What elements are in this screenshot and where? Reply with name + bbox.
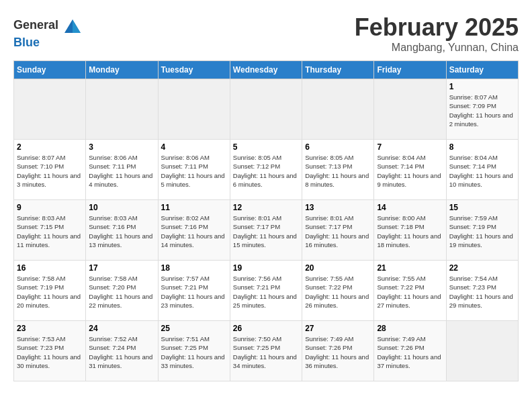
day-info: Sunrise: 7:59 AMSunset: 7:19 PMDaylight:… [449, 214, 515, 249]
day-info: Sunrise: 7:58 AMSunset: 7:19 PMDaylight:… [17, 274, 83, 310]
day-info: Sunrise: 8:04 AMSunset: 7:14 PMDaylight:… [449, 153, 515, 189]
cell-1-4: 6Sunrise: 8:05 AMSunset: 7:13 PMDaylight… [302, 140, 374, 200]
day-info: Sunrise: 8:06 AMSunset: 7:11 PMDaylight:… [89, 153, 154, 189]
cell-4-0: 23Sunrise: 7:53 AMSunset: 7:23 PMDayligh… [14, 321, 86, 381]
cell-3-0: 16Sunrise: 7:58 AMSunset: 7:19 PMDayligh… [14, 261, 86, 321]
day-number: 23 [17, 324, 83, 333]
day-info: Sunrise: 8:01 AMSunset: 7:17 PMDaylight:… [233, 214, 299, 249]
cell-2-0: 9Sunrise: 8:03 AMSunset: 7:15 PMDaylight… [14, 200, 86, 261]
day-info: Sunrise: 8:03 AMSunset: 7:15 PMDaylight:… [17, 214, 83, 249]
day-info: Sunrise: 7:58 AMSunset: 7:20 PMDaylight:… [89, 274, 154, 310]
day-info: Sunrise: 8:06 AMSunset: 7:11 PMDaylight:… [161, 153, 227, 189]
day-number: 18 [161, 263, 227, 273]
calendar-title: February 2025 [355, 13, 519, 42]
logo-blue: Blue [13, 36, 40, 49]
cell-2-1: 10Sunrise: 8:03 AMSunset: 7:16 PMDayligh… [86, 200, 158, 261]
calendar-header: SundayMondayTuesdayWednesdayThursdayFrid… [14, 61, 519, 79]
calendar-body: 1Sunrise: 8:07 AMSunset: 7:09 PMDaylight… [14, 79, 519, 381]
cell-1-1: 3Sunrise: 8:06 AMSunset: 7:11 PMDaylight… [86, 140, 158, 200]
day-number: 11 [161, 203, 227, 212]
cell-4-4: 27Sunrise: 7:49 AMSunset: 7:26 PMDayligh… [302, 321, 374, 381]
header-monday: Monday [86, 61, 158, 79]
header-thursday: Thursday [302, 61, 374, 79]
day-number: 15 [449, 203, 515, 212]
logo-text: General Blue [13, 17, 82, 50]
day-number: 3 [89, 142, 154, 152]
cell-2-2: 11Sunrise: 8:02 AMSunset: 7:16 PMDayligh… [158, 200, 230, 261]
day-number: 14 [377, 203, 443, 212]
cell-0-3 [230, 79, 302, 140]
cell-4-1: 24Sunrise: 7:52 AMSunset: 7:24 PMDayligh… [86, 321, 158, 381]
day-number: 13 [305, 203, 371, 212]
day-info: Sunrise: 8:00 AMSunset: 7:18 PMDaylight:… [377, 214, 443, 249]
cell-4-2: 25Sunrise: 7:51 AMSunset: 7:25 PMDayligh… [158, 321, 230, 381]
day-number: 20 [305, 263, 371, 273]
svg-marker-1 [73, 19, 81, 33]
day-info: Sunrise: 7:51 AMSunset: 7:25 PMDaylight:… [161, 334, 227, 370]
cell-0-6: 1Sunrise: 8:07 AMSunset: 7:09 PMDaylight… [446, 79, 518, 140]
day-number: 9 [17, 203, 83, 212]
week-row-3: 9Sunrise: 8:03 AMSunset: 7:15 PMDaylight… [14, 200, 519, 261]
cell-3-1: 17Sunrise: 7:58 AMSunset: 7:20 PMDayligh… [86, 261, 158, 321]
day-number: 21 [377, 263, 443, 273]
cell-1-2: 4Sunrise: 8:06 AMSunset: 7:11 PMDaylight… [158, 140, 230, 200]
header-saturday: Saturday [446, 61, 518, 79]
cell-4-5: 28Sunrise: 7:49 AMSunset: 7:26 PMDayligh… [374, 321, 446, 381]
days-of-week-row: SundayMondayTuesdayWednesdayThursdayFrid… [14, 61, 519, 79]
day-info: Sunrise: 8:03 AMSunset: 7:16 PMDaylight:… [89, 214, 154, 249]
day-number: 25 [161, 324, 227, 333]
day-number: 2 [17, 142, 83, 152]
day-info: Sunrise: 8:05 AMSunset: 7:12 PMDaylight:… [233, 153, 299, 189]
day-info: Sunrise: 7:53 AMSunset: 7:23 PMDaylight:… [17, 334, 83, 370]
day-number: 16 [17, 263, 83, 273]
logo-icon [63, 17, 82, 36]
cell-0-2 [158, 79, 230, 140]
cell-2-5: 14Sunrise: 8:00 AMSunset: 7:18 PMDayligh… [374, 200, 446, 261]
day-number: 5 [233, 142, 299, 152]
day-info: Sunrise: 7:49 AMSunset: 7:26 PMDaylight:… [305, 334, 371, 370]
cell-4-3: 26Sunrise: 7:50 AMSunset: 7:25 PMDayligh… [230, 321, 302, 381]
day-info: Sunrise: 8:01 AMSunset: 7:17 PMDaylight:… [305, 214, 371, 249]
day-number: 1 [449, 82, 515, 91]
cell-3-5: 21Sunrise: 7:55 AMSunset: 7:22 PMDayligh… [374, 261, 446, 321]
cell-4-6 [446, 321, 518, 381]
day-number: 10 [89, 203, 154, 212]
day-number: 4 [161, 142, 227, 152]
week-row-1: 1Sunrise: 8:07 AMSunset: 7:09 PMDaylight… [14, 79, 519, 140]
cell-0-0 [14, 79, 86, 140]
day-number: 22 [449, 263, 515, 273]
week-row-2: 2Sunrise: 8:07 AMSunset: 7:10 PMDaylight… [14, 140, 519, 200]
cell-2-4: 13Sunrise: 8:01 AMSunset: 7:17 PMDayligh… [302, 200, 374, 261]
day-info: Sunrise: 7:56 AMSunset: 7:21 PMDaylight:… [233, 274, 299, 310]
day-info: Sunrise: 8:05 AMSunset: 7:13 PMDaylight:… [305, 153, 371, 189]
day-number: 17 [89, 263, 154, 273]
day-number: 6 [305, 142, 371, 152]
day-info: Sunrise: 7:57 AMSunset: 7:21 PMDaylight:… [161, 274, 227, 310]
cell-3-6: 22Sunrise: 7:54 AMSunset: 7:23 PMDayligh… [446, 261, 518, 321]
day-info: Sunrise: 7:50 AMSunset: 7:25 PMDaylight:… [233, 334, 299, 370]
day-info: Sunrise: 8:07 AMSunset: 7:10 PMDaylight:… [17, 153, 83, 189]
day-info: Sunrise: 8:07 AMSunset: 7:09 PMDaylight:… [449, 93, 515, 128]
cell-0-4 [302, 79, 374, 140]
day-number: 26 [233, 324, 299, 333]
day-number: 28 [377, 324, 443, 333]
day-number: 24 [89, 324, 154, 333]
day-info: Sunrise: 7:54 AMSunset: 7:23 PMDaylight:… [449, 274, 515, 310]
cell-1-0: 2Sunrise: 8:07 AMSunset: 7:10 PMDaylight… [14, 140, 86, 200]
header-tuesday: Tuesday [158, 61, 230, 79]
day-number: 12 [233, 203, 299, 212]
week-row-4: 16Sunrise: 7:58 AMSunset: 7:19 PMDayligh… [14, 261, 519, 321]
week-row-5: 23Sunrise: 7:53 AMSunset: 7:23 PMDayligh… [14, 321, 519, 381]
day-number: 7 [377, 142, 443, 152]
title-area: February 2025 Mangbang, Yunnan, China [355, 13, 519, 54]
day-info: Sunrise: 7:55 AMSunset: 7:22 PMDaylight:… [377, 274, 443, 310]
day-info: Sunrise: 7:52 AMSunset: 7:24 PMDaylight:… [89, 334, 154, 370]
day-info: Sunrise: 8:02 AMSunset: 7:16 PMDaylight:… [161, 214, 227, 249]
cell-0-1 [86, 79, 158, 140]
cell-2-3: 12Sunrise: 8:01 AMSunset: 7:17 PMDayligh… [230, 200, 302, 261]
cell-2-6: 15Sunrise: 7:59 AMSunset: 7:19 PMDayligh… [446, 200, 518, 261]
day-info: Sunrise: 8:04 AMSunset: 7:14 PMDaylight:… [377, 153, 443, 189]
cell-0-5 [374, 79, 446, 140]
calendar-subtitle: Mangbang, Yunnan, China [355, 42, 519, 54]
day-info: Sunrise: 7:55 AMSunset: 7:22 PMDaylight:… [305, 274, 371, 310]
